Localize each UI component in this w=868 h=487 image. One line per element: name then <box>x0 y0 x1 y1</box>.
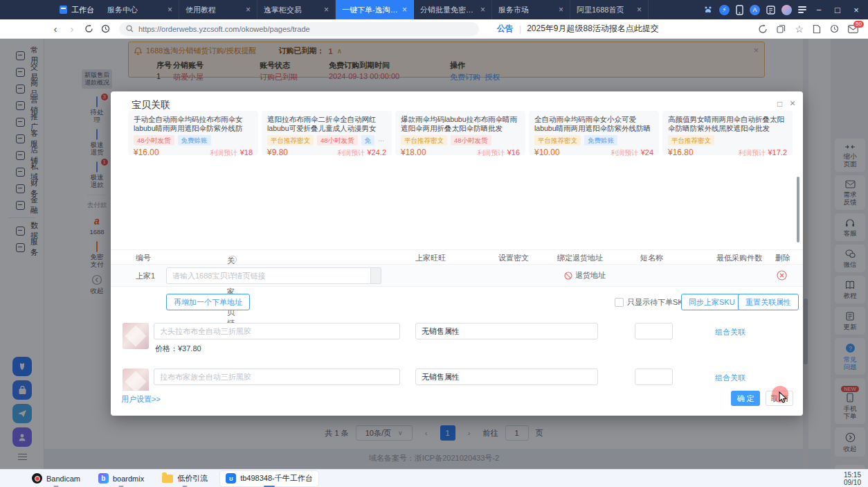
tab-service-center[interactable]: 服务中心× <box>101 0 179 19</box>
info-icon[interactable]: ? <box>229 256 237 263</box>
browser-toolbar: ‹ › https://orderwebs.yzcsoft.com/okoweb… <box>0 19 868 39</box>
supplier-link-input[interactable] <box>166 267 371 284</box>
tabbar-right-controls: ⚡ A − □ × <box>703 5 868 15</box>
clock-icon[interactable] <box>830 24 839 33</box>
taskbar-item-folder[interactable]: 低价引流 <box>156 471 213 486</box>
add-order-address-button[interactable]: 再增加一个下单地址 <box>166 294 250 310</box>
avatar[interactable] <box>781 5 792 15</box>
reload-icon[interactable] <box>80 24 97 33</box>
tab-tutorial[interactable]: 使用教程× <box>179 0 257 19</box>
extension-badge-icon[interactable]: ⚡ <box>719 5 730 15</box>
profit: ¥24.2 <box>367 148 386 157</box>
source-product-cards: 手动全自动雨伞均码拉布布雨伞女labubu晴雨两用遮阳伞防紫外线防 48小时发货… <box>128 111 793 155</box>
qianniu-icon: ʊ <box>226 473 236 484</box>
workspace-tab[interactable]: 工作台 <box>60 5 94 15</box>
sku-attribute-input[interactable] <box>415 369 598 385</box>
link-input-addon-button[interactable] <box>371 267 381 284</box>
taskbar-clock[interactable]: 15:15 09/10 <box>844 471 868 486</box>
toolbar-right-icons: ☆ 50 <box>758 24 868 35</box>
bind-return-address[interactable]: 退货地址 <box>564 270 606 281</box>
supplier-link-row: 上家1 退货地址 <box>111 265 803 287</box>
close-icon[interactable]: × <box>324 5 329 15</box>
tag: 免 <box>361 135 375 145</box>
combo-association-link[interactable]: 组合关联 <box>715 327 745 337</box>
address-bar[interactable]: https://orderwebs.yzcsoft.com/okoweb/pag… <box>119 22 479 36</box>
price: ¥16.00 <box>134 148 159 157</box>
back-icon[interactable]: ‹ <box>47 23 64 35</box>
product-card[interactable]: 爆款雨伞均码labubu拉布布雨伞晴雨遮阳伞两用折叠太阳伞防晒批发 平台推荐密文… <box>395 111 525 155</box>
user-settings-link[interactable]: 用户设置>> <box>121 394 161 405</box>
min-purchase-input[interactable] <box>635 369 673 385</box>
mail-icon[interactable]: 50 <box>848 25 858 33</box>
search-icon <box>126 25 134 33</box>
product-card[interactable]: 手动全自动雨伞均码拉布布雨伞女labubu晴雨两用遮阳伞防紫外线防 48小时发货… <box>128 111 258 155</box>
window-minimize-button[interactable]: − <box>813 5 825 15</box>
product-thumbnail <box>123 369 149 391</box>
delete-row-icon[interactable] <box>777 270 787 281</box>
tag: 免费赊账 <box>178 135 211 145</box>
product-card[interactable]: 遮阳拉布布雨伞二折伞全自动网红labubu可爱折叠儿童成人动漫男女 平台推荐密文… <box>262 111 392 155</box>
close-icon[interactable]: × <box>402 5 407 15</box>
close-icon[interactable]: × <box>246 5 251 15</box>
min-purchase-input[interactable] <box>635 323 673 339</box>
combo-association-link[interactable]: 组合关联 <box>715 373 745 383</box>
modal-title: 宝贝关联 <box>132 99 170 112</box>
divider: | <box>519 24 521 34</box>
product-association-modal: 宝贝关联 □ × 手动全自动雨伞均码拉布布雨伞女labubu晴雨两用遮阳伞防紫外… <box>111 91 803 416</box>
tag: 48小时发货 <box>134 135 174 145</box>
window-close-button[interactable]: × <box>850 5 862 15</box>
taskbar-item-qianniu[interactable]: ʊ tb498348-千牛工作台 <box>220 471 318 486</box>
show-pending-sku-checkbox[interactable]: 只显示待下单SKU <box>615 297 689 308</box>
tab-service-market[interactable]: 服务市场× <box>492 0 570 19</box>
close-icon[interactable]: × <box>480 5 485 15</box>
url-text: https://orderwebs.yzcsoft.com/okoweb/pag… <box>138 25 310 33</box>
screen: 工作台 服务中心× 使用教程× 逸掌柜交易× 一键下单-逸淘软件× 分销批量免密… <box>0 0 868 487</box>
taskbar-item-bandicam[interactable]: Bandicam <box>26 471 86 486</box>
profit: ¥16 <box>507 148 520 157</box>
checkbox-icon[interactable] <box>615 298 624 307</box>
tab-batch-pay[interactable]: 分销批量免密支付× <box>414 0 492 19</box>
sku-name-input[interactable] <box>154 323 400 339</box>
copy-icon[interactable] <box>777 24 786 33</box>
sku-row: 价格：¥37.80 组合关联 <box>111 321 803 360</box>
paw-extension-icon[interactable] <box>703 5 713 15</box>
modal-scrollbar-thumb[interactable] <box>797 177 799 242</box>
modal-close-icon[interactable]: × <box>790 98 795 109</box>
close-icon[interactable]: × <box>559 5 563 15</box>
price: ¥16.80 <box>668 148 694 157</box>
sync-icon[interactable] <box>758 24 768 34</box>
star-icon[interactable]: ☆ <box>795 24 804 35</box>
phone-extension-icon[interactable] <box>736 5 743 15</box>
confirm-button[interactable]: 确 定 <box>731 391 760 406</box>
tab-1688-home[interactable]: 阿里1688首页× <box>570 0 649 19</box>
tab-yzg-trade[interactable]: 逸掌柜交易× <box>257 0 336 19</box>
profit: ¥18 <box>240 148 253 157</box>
forbidden-icon <box>564 272 572 280</box>
page-icon[interactable] <box>813 24 821 34</box>
close-icon[interactable]: × <box>168 5 172 15</box>
notes-extension-icon[interactable] <box>766 6 775 15</box>
forward-icon[interactable]: › <box>64 23 80 35</box>
workspace-icon <box>60 6 67 14</box>
modal-maximize-icon[interactable]: □ <box>777 99 782 109</box>
sku-attribute-input[interactable] <box>415 323 598 339</box>
profit: ¥24 <box>641 148 653 157</box>
os-taskbar: Bandicam b boardmix 低价引流 ʊ tb498348-千牛工作… <box>0 469 868 487</box>
taskbar-item-boardmix[interactable]: b boardmix <box>93 471 150 486</box>
workspace-label: 工作台 <box>71 5 94 15</box>
sync-supplier-sku-button[interactable]: 同步上家SKU <box>681 294 743 310</box>
alibaba-extension-icon[interactable]: A <box>750 5 760 15</box>
close-icon[interactable]: × <box>637 5 642 15</box>
price: ¥10.00 <box>534 148 560 157</box>
sku-name-input[interactable] <box>154 369 400 385</box>
folder-icon <box>162 475 173 483</box>
product-card[interactable]: 高颜值男女晴雨两用伞自动折叠太阳伞防晒防紫外线黑胶遮阳伞批发 平台推荐密文 ¥1… <box>662 111 793 155</box>
browser-menu-icon[interactable] <box>798 5 806 15</box>
announcement[interactable]: 公告 | 2025年9月超级88活动报名点此提交 <box>497 23 659 35</box>
price: ¥18.00 <box>401 148 426 157</box>
tab-one-key-order-active[interactable]: 一键下单-逸淘软件× <box>336 0 414 19</box>
window-maximize-button[interactable]: □ <box>831 5 844 15</box>
reset-association-button[interactable]: 重置关联属性 <box>738 294 799 310</box>
history-icon[interactable] <box>97 24 114 33</box>
product-card[interactable]: 全自动雨伞均码雨伞女小众可爱labubu晴雨两用遮阳伞防紫外线防晒 平台推荐密文… <box>529 111 659 155</box>
